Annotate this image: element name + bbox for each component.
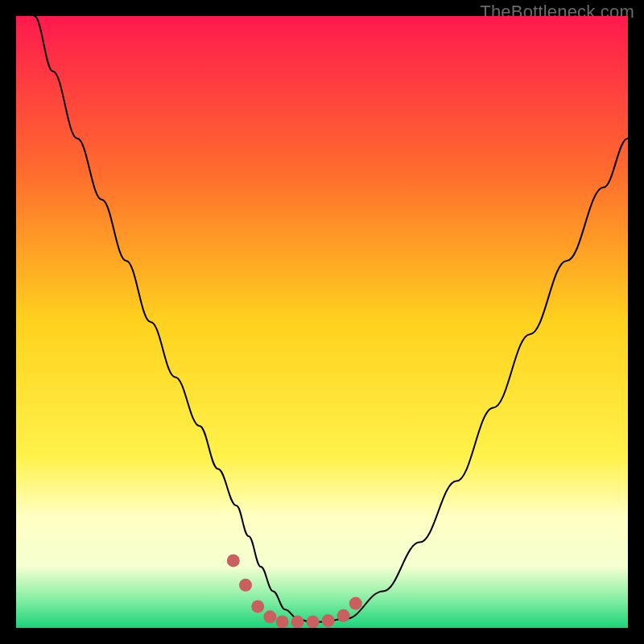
highlight-point: [263, 610, 276, 623]
highlight-point: [307, 615, 320, 628]
plot-area: [16, 16, 628, 628]
highlight-point: [337, 609, 350, 622]
highlight-point: [276, 615, 289, 628]
gradient-background: [16, 16, 628, 628]
highlight-point: [227, 554, 240, 567]
chart-svg: [16, 16, 628, 628]
highlight-point: [322, 614, 335, 627]
highlight-point: [291, 615, 304, 628]
highlight-point: [239, 579, 252, 592]
highlight-point: [251, 600, 264, 613]
chart-frame: TheBottleneck.com: [0, 0, 644, 644]
highlight-point: [349, 597, 362, 610]
